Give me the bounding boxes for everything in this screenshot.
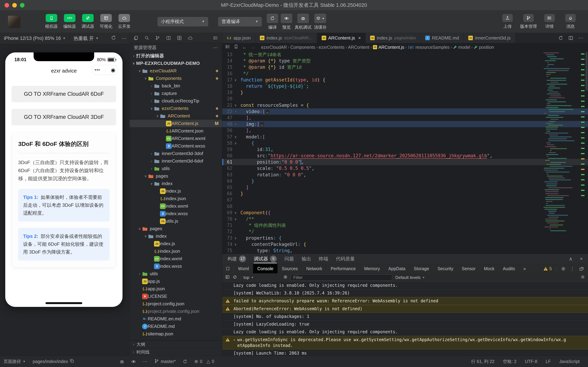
console-log-row[interactable]: [system] Launch Time: 2863 ms	[222, 350, 588, 356]
more-icon[interactable]: •••	[95, 67, 100, 72]
tree-item-ARContent.js[interactable]: JSARContent.jsM	[130, 120, 222, 127]
console-output[interactable]: Lazy code loading is enabled. Only injec…	[222, 282, 588, 356]
undock-icon[interactable]	[579, 267, 584, 271]
minimap[interactable]	[544, 52, 577, 254]
tree-item-ezxrContents[interactable]: ∨ezxrContents	[130, 105, 222, 112]
console-log-row[interactable]: Lazy code loading is enabled. Only injec…	[222, 282, 588, 289]
fold-marker-icon[interactable]: ›	[232, 122, 239, 126]
grid-icon[interactable]	[177, 36, 182, 40]
clear-console-icon[interactable]	[233, 275, 237, 280]
language-mode[interactable]: JavaScript	[556, 359, 583, 364]
chevron-right-icon[interactable]: ›	[149, 99, 154, 103]
cloud-icon[interactable]	[188, 36, 192, 40]
debug-icon[interactable]	[116, 356, 128, 367]
panel-tab-代码质量[interactable]: 代码质量	[336, 254, 355, 264]
tree-item-capture[interactable]: ›capture	[130, 90, 222, 97]
fold-marker-icon[interactable]: ∨	[232, 141, 239, 145]
tree-item-LICENSE[interactable]: ★LICENSE	[130, 292, 222, 300]
home-indicator[interactable]	[45, 302, 82, 304]
expand-icon[interactable]: ▸	[233, 337, 235, 343]
code-line-68[interactable]: 68	[222, 203, 588, 209]
tree-item-project.config.json[interactable]: {..}project.config.json	[130, 300, 222, 308]
mode-select[interactable]: 小程序模式 ▼	[157, 17, 208, 26]
panel-tab-调试器[interactable]: 调试器5	[254, 254, 277, 264]
fold-marker-icon[interactable]: ›	[232, 109, 239, 113]
tree-item-pages[interactable]: ∨pages	[130, 225, 222, 233]
files-icon[interactable]	[134, 36, 138, 40]
devtools-tab-Memory[interactable]: Memory	[360, 264, 384, 273]
indent-setting[interactable]: 空格: 2	[499, 359, 520, 364]
code-line-20[interactable]: 20	[222, 96, 588, 102]
details-button[interactable]: 详情	[539, 14, 560, 29]
code-line-67[interactable]: 67	[222, 197, 588, 203]
simulator-refresh-icon[interactable]	[108, 35, 119, 42]
breadcrumb-item-position[interactable]: position	[474, 45, 494, 50]
compile-button[interactable]: 编译	[267, 14, 278, 30]
chevron-right-icon[interactable]: ›	[149, 159, 154, 163]
code-line-64[interactable]: 64 }	[222, 178, 588, 184]
console-warning-row[interactable]: failed to asynchronously prepare wasm: R…	[222, 297, 588, 305]
chevron-right-icon[interactable]: ›	[137, 272, 142, 276]
devtools-tab-Sources[interactable]: Sources	[277, 264, 302, 273]
tree-item-project.private.config.json[interactable]: {..}project.private.config.json	[130, 308, 222, 315]
code-line-16[interactable]: 16 */	[222, 70, 588, 77]
devtools-tab-Performance[interactable]: Performance	[327, 264, 360, 273]
breadcrumb-item-ARContent[interactable]: ARContent	[348, 45, 369, 50]
scrollbar-thumb[interactable]	[586, 52, 588, 91]
compare-icon[interactable]	[558, 36, 563, 40]
tree-item-app.js[interactable]: JSapp.js	[130, 277, 222, 285]
code-line-15[interactable]: 15 * @param {*} id 资产id	[222, 64, 588, 70]
code-line-57[interactable]: 57∨ model:[	[222, 133, 588, 140]
breadcrumb-item-model[interactable]: model	[453, 45, 470, 50]
fold-marker-icon[interactable]: ∨	[232, 78, 239, 82]
console-sidebar-icon[interactable]	[225, 275, 230, 280]
tree-item-index.js[interactable]: JSindex.js	[130, 240, 222, 248]
version-manage-button[interactable]: 版本管理	[518, 14, 539, 29]
bookmark-icon[interactable]	[234, 44, 238, 50]
chevron-down-icon[interactable]: ∨	[131, 61, 136, 65]
compile-mode-select[interactable]: 普通编译 ▼	[218, 17, 262, 26]
code-line-62[interactable]: 62 scale: "0.5 0.5 0.5",	[222, 165, 588, 171]
current-page-path[interactable]: pages/index/index	[29, 356, 78, 367]
console-settings-icon[interactable]	[581, 275, 585, 280]
code-line-14[interactable]: 14 * @param {*} type 资产类型	[222, 58, 588, 64]
tree-item-sitemap.json[interactable]: {..}sitemap.json	[130, 330, 222, 338]
status-more-icon[interactable]: ⋯	[139, 356, 151, 367]
chevron-down-icon[interactable]: ∨	[155, 114, 160, 118]
eye-filter-icon[interactable]	[283, 275, 287, 280]
cursor-position[interactable]: 行 61, 列 22	[467, 359, 498, 364]
console-log-row[interactable]: [system] LazyCodeLoading: true	[222, 320, 588, 328]
devtools-tab-»[interactable]: »	[519, 264, 530, 273]
split-icon[interactable]	[166, 36, 171, 40]
code-line-74[interactable]: 74∨ contentPackageUrl: {	[222, 241, 588, 248]
chevron-down-icon[interactable]: ∨	[143, 234, 148, 238]
chevron-down-icon[interactable]: ∨	[143, 174, 148, 178]
visual-button[interactable]: 可视化	[97, 14, 115, 29]
code-line-47[interactable]: 47 ],	[222, 115, 588, 121]
tree-item-index[interactable]: ∨index	[130, 180, 222, 187]
devtools-tab-Console[interactable]: Console	[253, 264, 277, 273]
editor-tab-README.md[interactable]: iREADME.md	[421, 33, 464, 43]
code-line-72[interactable]: 72 */	[222, 228, 588, 235]
code-line-22[interactable]: 22› video:[…	[222, 108, 588, 115]
code-line-75[interactable]: 75 type: String,	[222, 248, 588, 254]
watch-icon[interactable]	[128, 356, 139, 367]
code-line-70[interactable]: 70∨ /**	[222, 216, 588, 222]
tree-item-innerContent3d-6dof[interactable]: ›innerContent3d-6dof	[130, 157, 222, 165]
avatar[interactable]	[8, 15, 20, 28]
encoding-setting[interactable]: UTF-8	[521, 359, 541, 364]
devtools-kebab-icon[interactable]: ⋮	[570, 266, 575, 271]
code-line-17[interactable]: 17∨function getAssetId(type, id) {	[222, 77, 588, 83]
console-warning-row[interactable]: ▸wx.getSystemInfoSync is deprecated.Plea…	[222, 336, 588, 350]
panel-tab-输出[interactable]: 输出	[302, 254, 311, 264]
chevron-down-icon[interactable]: ∨	[137, 227, 142, 231]
console-filter-input[interactable]: Filter	[291, 274, 392, 281]
code-line-56[interactable]: 56 ],	[222, 127, 588, 133]
tree-item-README.md[interactable]: iREADME.md	[130, 323, 222, 330]
tree-item-app.json[interactable]: {..}app.json	[130, 285, 222, 292]
fold-marker-icon[interactable]: ∨	[232, 217, 239, 221]
more-actions-icon[interactable]: ⋯	[578, 35, 583, 41]
code-line-71[interactable]: 71 * 组件的属性列表	[222, 222, 588, 228]
chevron-right-icon[interactable]: ›	[149, 167, 154, 171]
editor-tab-app.json[interactable]: {..}app.json	[222, 33, 255, 43]
